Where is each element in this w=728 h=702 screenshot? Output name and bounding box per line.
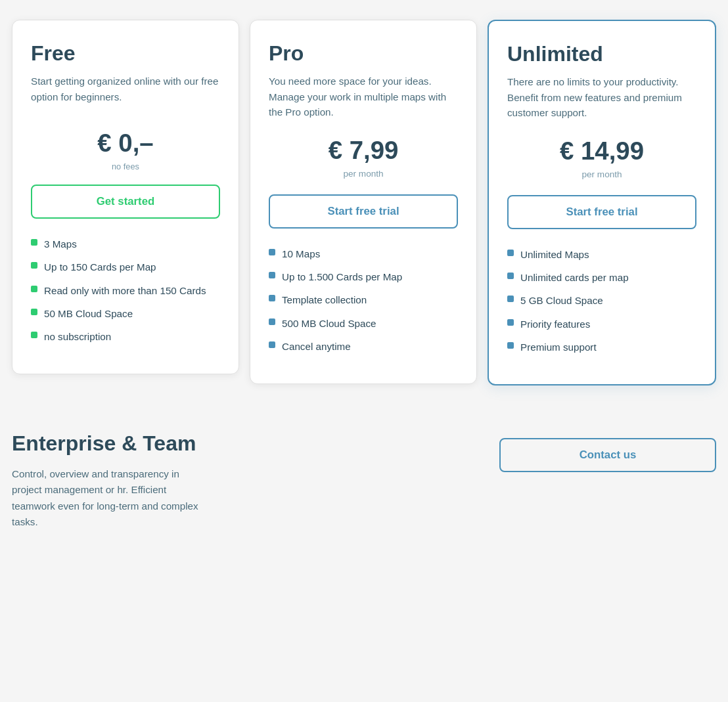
feature-text: 10 Maps (282, 247, 320, 261)
feature-item: 50 MB Cloud Space (31, 307, 220, 320)
price-amount-free: € 0,– (97, 129, 153, 157)
feature-item: 10 Maps (269, 247, 458, 261)
feature-bullet (507, 250, 514, 256)
feature-bullet (507, 319, 514, 326)
feature-item: Priority features (507, 317, 696, 331)
feature-bullet (31, 262, 37, 269)
feature-item: Cancel anytime (269, 340, 458, 353)
feature-bullet (269, 272, 275, 278)
feature-item: Template collection (269, 293, 458, 307)
feature-bullet (269, 295, 275, 301)
feature-text: Unlimited Maps (520, 248, 589, 261)
feature-text: Read only with more than 150 Cards (44, 284, 206, 297)
feature-text: 500 MB Cloud Space (282, 317, 376, 330)
plan-title-unlimited: Unlimited (507, 42, 696, 66)
plan-card-pro: Pro You need more space for your ideas. … (250, 20, 477, 384)
feature-text: Priority features (520, 317, 590, 331)
cta-button-free[interactable]: Get started (31, 185, 220, 219)
feature-bullet (31, 332, 37, 338)
feature-text: 3 Maps (44, 237, 77, 251)
price-period-unlimited: per month (507, 169, 696, 179)
feature-list-pro: 10 Maps Up to 1.500 Cards per Map Templa… (269, 247, 458, 353)
cta-button-pro[interactable]: Start free trial (269, 194, 458, 229)
feature-text: no subscription (44, 330, 111, 343)
feature-text: Cancel anytime (282, 340, 351, 353)
feature-bullet (269, 249, 275, 255)
plan-price-unlimited: € 14,99 (507, 137, 696, 165)
feature-bullet (269, 341, 275, 348)
feature-item: Premium support (507, 340, 696, 354)
enterprise-section: Enterprise & Team Control, overview and … (0, 418, 728, 569)
feature-item: Unlimited Maps (507, 248, 696, 261)
plan-title-free: Free (31, 41, 220, 66)
plan-price-pro: € 7,99 (269, 136, 458, 165)
feature-text: 5 GB Cloud Space (520, 294, 603, 307)
price-period-pro: per month (269, 169, 458, 179)
feature-item: 500 MB Cloud Space (269, 317, 458, 330)
plan-description-pro: You need more space for your ideas. Mana… (269, 74, 458, 120)
cta-button-unlimited[interactable]: Start free trial (507, 195, 696, 229)
feature-text: 50 MB Cloud Space (44, 307, 133, 320)
plan-description-free: Start getting organized online with our … (31, 74, 220, 113)
feature-list-unlimited: Unlimited Maps Unlimited cards per map 5… (507, 248, 696, 354)
plan-price-free: € 0,– (31, 129, 220, 158)
price-amount-unlimited: € 14,99 (560, 137, 644, 165)
pricing-section: Free Start getting organized online with… (0, 0, 728, 418)
price-note-free: no fees (31, 162, 220, 171)
feature-text: Up to 150 Cards per Map (44, 260, 156, 274)
feature-bullet (31, 239, 37, 246)
feature-bullet (269, 318, 275, 325)
feature-text: Up to 1.500 Cards per Map (282, 270, 402, 284)
feature-bullet (507, 296, 514, 302)
price-amount-pro: € 7,99 (329, 136, 399, 164)
enterprise-title: Enterprise & Team (12, 431, 209, 456)
plan-card-free: Free Start getting organized online with… (12, 20, 239, 374)
enterprise-right: Contact us (499, 431, 716, 491)
feature-bullet (31, 309, 37, 315)
enterprise-description: Control, overview and transparency in pr… (12, 466, 209, 530)
feature-item: Unlimited cards per map (507, 271, 696, 284)
feature-item: 5 GB Cloud Space (507, 294, 696, 307)
feature-item: Up to 1.500 Cards per Map (269, 270, 458, 284)
feature-bullet (507, 342, 514, 349)
feature-list-free: 3 Maps Up to 150 Cards per Map Read only… (31, 237, 220, 343)
plan-description-unlimited: There are no limits to your productivity… (507, 74, 696, 121)
plan-card-unlimited: Unlimited There are no limits to your pr… (488, 20, 716, 385)
feature-item: Up to 150 Cards per Map (31, 260, 220, 274)
feature-text: Premium support (520, 340, 597, 354)
plan-title-pro: Pro (269, 41, 458, 66)
feature-item: Read only with more than 150 Cards (31, 284, 220, 297)
enterprise-left: Enterprise & Team Control, overview and … (12, 431, 235, 530)
feature-bullet (507, 273, 514, 279)
feature-text: Unlimited cards per map (520, 271, 629, 284)
feature-bullet (31, 286, 37, 292)
feature-item: 3 Maps (31, 237, 220, 251)
feature-item: no subscription (31, 330, 220, 343)
contact-us-button[interactable]: Contact us (499, 438, 716, 472)
feature-text: Template collection (282, 293, 367, 307)
